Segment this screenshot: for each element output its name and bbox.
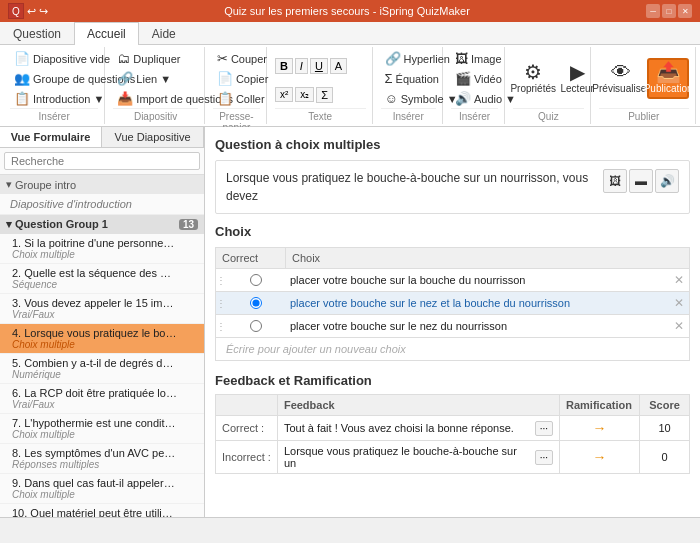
undo-icon[interactable]: ↩ (27, 5, 36, 18)
choices-section-title: Choix (215, 224, 690, 239)
choice-drag-handle-0[interactable]: ⋮ (216, 275, 226, 286)
couper-label: Couper (231, 53, 267, 65)
feedback-row-label-0: Correct : (216, 416, 278, 441)
question-group-1-label: Question Group 1 (15, 218, 108, 230)
font-color-button[interactable]: A (330, 58, 347, 74)
question-type-4: Choix multiple (12, 339, 196, 350)
search-input[interactable] (4, 152, 200, 170)
maximize-button[interactable]: □ (662, 4, 676, 18)
choice-radio-0[interactable] (250, 274, 262, 286)
couper-button[interactable]: ✂ Couper (213, 49, 272, 68)
lecteur-button[interactable]: ▶ Lecteur (557, 59, 597, 98)
question-item-2[interactable]: 2. Quelle est la séquence des prem... Sé… (0, 264, 204, 294)
choices-header: Correct Choix (215, 247, 690, 268)
feedback-dots-btn-1[interactable]: ··· (535, 450, 553, 465)
italic-button[interactable]: I (295, 58, 308, 74)
question-item-10[interactable]: 10. Quel matériel peut être utilisé c...… (0, 504, 204, 517)
choice-delete-2[interactable]: ✕ (669, 319, 689, 333)
question-group-1-header[interactable]: ▾ Question Group 1 13 (0, 215, 204, 234)
question-item-4[interactable]: 4. Lorsque vous pratiquez le bouch... Ch… (0, 324, 204, 354)
choice-column-header: Choix (286, 248, 689, 268)
vue-diapositive-button[interactable]: Vue Diapositive (102, 127, 204, 147)
tab-aide[interactable]: Aide (139, 22, 189, 44)
choice-row-2: ⋮ placer votre bouche sur le nez du nour… (215, 314, 690, 338)
question-item-8[interactable]: 8. Les symptômes d'un AVC peuve... Répon… (0, 444, 204, 474)
ribbon-group-quiz: ⚙ Propriétés ▶ Lecteur Quiz (507, 47, 590, 124)
publication-button[interactable]: 📤 Publication (647, 58, 689, 99)
question-type-5: Numérique (12, 369, 196, 380)
choices-section: Choix Correct Choix ⋮ placer votre bouch… (215, 224, 690, 361)
redo-icon[interactable]: ↪ (39, 5, 48, 18)
choice-radio-cell-1 (226, 297, 286, 309)
feedback-cell-0: Tout à fait ! Vous avez choisi la bonne … (284, 421, 553, 436)
choice-text-1[interactable]: placer votre bouche sur le nez et la bou… (286, 292, 669, 314)
proprietes-label: Propriétés (510, 83, 556, 95)
ribbon-media-label: Insérer (451, 108, 498, 122)
dupliquer-label: Dupliquer (133, 53, 180, 65)
subscript-button[interactable]: x₂ (295, 87, 314, 102)
previsualiser-label: Prévisualiser (592, 83, 649, 95)
question-item-9[interactable]: 9. Dans quel cas faut-il appeler le S...… (0, 474, 204, 504)
dupliquer-icon: 🗂 (117, 51, 130, 66)
coller-button[interactable]: 📋 Coller (213, 89, 272, 108)
underline-button[interactable]: U (310, 58, 328, 74)
clear-format-button[interactable]: Σ (316, 87, 333, 103)
choice-delete-0[interactable]: ✕ (669, 273, 689, 287)
ramification-arrow-0[interactable]: → (593, 420, 607, 436)
insert-image-button[interactable]: 🖼 (603, 169, 627, 193)
question-item-5[interactable]: 5. Combien y a-t-il de degrés de br... N… (0, 354, 204, 384)
question-title-1: 1. Si la poitrine d'une personne ne ... (12, 237, 177, 249)
insert-video-button[interactable]: ▬ (629, 169, 653, 193)
choice-radio-1[interactable] (250, 297, 262, 309)
insert-audio-button[interactable]: 🔊 (655, 169, 679, 193)
feedback-row-text-cell-1: Lorsque vous pratiquez le bouche-à-bouch… (277, 441, 559, 474)
question-list: 1. Si la poitrine d'une personne ne ... … (0, 234, 204, 517)
ribbon-tab-bar: Question Accueil Aide (0, 22, 700, 45)
previsualiser-button[interactable]: 👁 Prévisualiser (599, 59, 644, 98)
bold-button[interactable]: B (275, 58, 293, 74)
close-button[interactable]: ✕ (678, 4, 692, 18)
lien-label: Lien ▼ (136, 73, 171, 85)
vue-formulaire-button[interactable]: Vue Formulaire (0, 127, 102, 147)
ribbon-publier-label: Publier (599, 108, 689, 122)
choice-drag-handle-2[interactable]: ⋮ (216, 321, 226, 332)
question-type-2: Séquence (12, 279, 196, 290)
ramification-arrow-1[interactable]: → (593, 449, 607, 465)
choice-text-2[interactable]: placer votre bouche sur le nez du nourri… (286, 315, 669, 337)
app-icon: Q (8, 3, 24, 19)
introduction-label: Introduction ▼ (33, 93, 104, 105)
ribbon-presse-col: ✂ Couper 📄 Copier 📋 Coller (213, 49, 272, 108)
question-type-1: Choix multiple (12, 249, 196, 260)
choice-radio-2[interactable] (250, 320, 262, 332)
title-bar-icons: Q ↩ ↪ (8, 3, 48, 19)
minimize-button[interactable]: ─ (646, 4, 660, 18)
question-text[interactable]: Lorsque vous pratiquez le bouche-à-bouch… (226, 169, 603, 205)
tab-accueil[interactable]: Accueil (74, 22, 139, 45)
video-label: Vidéo (474, 73, 502, 85)
main-layout: Vue Formulaire Vue Diapositive ▾ Groupe … (0, 127, 700, 517)
feedback-row-score-1: 0 (640, 441, 690, 474)
proprietes-button[interactable]: ⚙ Propriétés (513, 59, 553, 98)
add-choice-field[interactable]: Écrire pour ajouter un nouveau choix (215, 338, 690, 361)
intro-diapositive-item[interactable]: Diapositive d'introduction (0, 194, 204, 215)
feedback-dots-btn-0[interactable]: ··· (535, 421, 553, 436)
question-item-6[interactable]: 6. La RCP doit être pratiquée lorsq... V… (0, 384, 204, 414)
question-title-5: 5. Combien y a-t-il de degrés de br... (12, 357, 177, 369)
choice-text-0[interactable]: placer votre bouche sur la bouche du nou… (286, 269, 669, 291)
groupe-intro-header[interactable]: ▾ Groupe intro (0, 175, 204, 194)
copier-icon: 📄 (217, 71, 233, 86)
copier-label: Copier (236, 73, 268, 85)
question-item-3[interactable]: 3. Vous devez appeler le 15 imméd... Vra… (0, 294, 204, 324)
tab-question[interactable]: Question (0, 22, 74, 44)
feedback-row-text-cell-0: Tout à fait ! Vous avez choisi la bonne … (277, 416, 559, 441)
question-item-7[interactable]: 7. L'hypothermie est une condition... Ch… (0, 414, 204, 444)
publication-icon: 📤 (656, 62, 681, 82)
superscript-button[interactable]: x² (275, 87, 293, 102)
coller-label: Coller (236, 93, 265, 105)
question-item-1[interactable]: 1. Si la poitrine d'une personne ne ... … (0, 234, 204, 264)
question-title-8: 8. Les symptômes d'un AVC peuve... (12, 447, 177, 459)
choice-drag-handle-1[interactable]: ⋮ (216, 298, 226, 309)
copier-button[interactable]: 📄 Copier (213, 69, 272, 88)
choice-delete-1[interactable]: ✕ (669, 296, 689, 310)
ribbon-presse-items: ✂ Couper 📄 Copier 📋 Coller (213, 49, 260, 108)
